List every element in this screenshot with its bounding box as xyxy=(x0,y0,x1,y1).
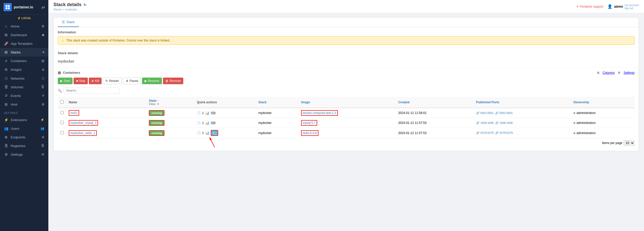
row1-checkbox[interactable] xyxy=(60,111,64,114)
plug-icon: ⊕ xyxy=(42,135,44,139)
restart-button[interactable]: ↻ Restart xyxy=(103,78,122,84)
row2-port1-link[interactable]: 🔗 3306:3306 xyxy=(476,121,494,125)
row1-stats-icon[interactable]: 📊 xyxy=(205,111,209,115)
stack-sort-link[interactable]: Stack xyxy=(258,100,296,104)
row2-stack-cell: mydocker xyxy=(256,118,299,128)
row2-checkbox[interactable] xyxy=(60,121,64,124)
row2-stats-icon[interactable]: 📊 xyxy=(205,121,209,125)
remove-button[interactable]: 🗑 Remove xyxy=(163,78,184,84)
sidebar-item-app-templates[interactable]: 🚀 App Templates xyxy=(0,39,48,48)
row2-inspect-icon[interactable]: ℹ xyxy=(202,121,204,125)
row3-qa-cell: 📄 ℹ 📊 >_ xyxy=(194,128,256,138)
sidebar-item-settings[interactable]: ⚙ Settings ⚙ xyxy=(0,150,48,159)
row1-console-icon[interactable]: ⌨ xyxy=(211,111,216,115)
row3-port1-link[interactable]: 🔗 6379:6379 xyxy=(476,131,494,135)
log-out-link[interactable]: log out xyxy=(625,7,639,10)
row3-logs-icon[interactable]: 📄 xyxy=(197,131,201,135)
sidebar-stacks-label: Stacks xyxy=(11,50,21,54)
row2-console-icon[interactable]: ⌨ xyxy=(211,121,216,125)
row1-ports-cell: 🔗 6001:6001 🔗 6001:6001 xyxy=(473,108,571,118)
search-input[interactable] xyxy=(63,87,119,94)
row2-name-link[interactable]: mydocker_mysql_1 xyxy=(69,120,98,126)
breadcrumb-separator: > xyxy=(63,8,65,11)
row1-port1-link[interactable]: 🔗 6001:6001 xyxy=(476,111,494,115)
sidebar-item-registries[interactable]: 🗄 Registries 🗄 xyxy=(0,141,48,150)
row1-logs-icon[interactable]: 📄 xyxy=(197,111,201,115)
row1-port2-link[interactable]: 🔗 6001:6001 xyxy=(495,111,513,115)
sidebar-item-images[interactable]: ⧉ Images ⧉ xyxy=(0,65,48,74)
row3-stack-cell: mydocker xyxy=(256,128,299,138)
row3-state-cell: running xyxy=(146,128,194,138)
admin-section: 👤 admin my account log out xyxy=(607,4,639,10)
row1-port2-text: 6001:6001 xyxy=(499,111,513,114)
kill-button[interactable]: ⊗ Kill xyxy=(89,78,102,84)
containers-header: ▤ Containers ⊞ Columns ⚙ Settings xyxy=(58,71,635,75)
row3-port2-link[interactable]: 🔗 6379:6379 xyxy=(495,131,513,135)
resume-button[interactable]: ▶ Resume xyxy=(142,78,162,84)
sidebar-registries-label: Registries xyxy=(11,144,25,148)
row2-logs-icon[interactable]: 📄 xyxy=(197,121,201,125)
ownership-sort-link[interactable]: Ownership xyxy=(573,100,632,104)
columns-link[interactable]: Columns xyxy=(603,71,614,75)
sidebar-item-home[interactable]: ⌂ Home ⊞ xyxy=(0,22,48,31)
sidebar-toggle[interactable]: ⇄ xyxy=(41,5,45,10)
row2-quick-actions: 📄 ℹ 📊 ⌨ xyxy=(197,121,253,125)
row3-port2-icon: 🔗 xyxy=(495,131,499,134)
row3-stats-icon[interactable]: 📊 xyxy=(205,131,209,135)
sidebar-item-volumes[interactable]: 🗄 Volumes 🗄 xyxy=(0,83,48,91)
my-account-link[interactable]: my account xyxy=(625,4,639,7)
tab-stack[interactable]: ☰ Stack xyxy=(58,18,79,27)
row3-checkbox[interactable] xyxy=(60,131,64,134)
sidebar-item-host[interactable]: ⊞ Host ⊞ xyxy=(0,100,48,109)
created-sort-link[interactable]: Created xyxy=(398,100,471,104)
row3-inspect-icon[interactable]: ℹ xyxy=(202,131,204,135)
stack-header-text: Stack xyxy=(258,100,267,104)
containers-table: Name State ↕ Filte xyxy=(58,97,635,138)
row1-name-link[interactable]: ms01 xyxy=(69,110,79,116)
ownership-col-header: Ownership xyxy=(571,97,635,108)
row3-name-link[interactable]: mydocker_redis_1 xyxy=(69,130,97,136)
start-button[interactable]: ▶ Start xyxy=(58,78,73,84)
settings-link[interactable]: Settings xyxy=(624,71,635,75)
sidebar-item-events[interactable]: ↺ Events ↺ xyxy=(0,91,48,100)
filter-row: Filter ▼ xyxy=(149,103,192,106)
row1-port2-icon: 🔗 xyxy=(495,111,499,114)
row3-created-cell: 2024-01-12 11:57:53 xyxy=(396,128,473,138)
row3-quick-actions: 📄 ℹ 📊 >_ xyxy=(197,130,253,136)
logo-icon xyxy=(4,3,12,11)
items-per-page-select[interactable]: 10 25 50 xyxy=(623,140,635,146)
created-col-header: Created xyxy=(396,97,473,108)
support-link[interactable]: ✕ Portainer support xyxy=(576,5,603,8)
row1-ownership-icon: ⊕ xyxy=(573,111,576,114)
row3-console-icon[interactable]: >_ xyxy=(211,130,218,136)
topbar-left: Stack details ↻ Stacks > mydocker xyxy=(53,2,87,11)
pause-button[interactable]: ⏸ Pause xyxy=(123,78,141,84)
stop-label: Stop xyxy=(79,79,86,83)
image-sort-link[interactable]: Image xyxy=(301,100,393,104)
state-sort-link[interactable]: State ↕ xyxy=(149,99,192,103)
sidebar-item-networks[interactable]: ⬡ Networks ⬡ xyxy=(0,74,48,83)
row1-image-link[interactable]: docker-compose-test:1.3 xyxy=(301,110,338,116)
breadcrumb: Stacks > mydocker xyxy=(53,8,87,11)
sidebar-item-endpoints[interactable]: ⊕ Endpoints ⊕ xyxy=(0,133,48,141)
refresh-icon[interactable]: ↻ xyxy=(83,3,87,7)
sidebar-item-extensions[interactable]: ⚡ Extensions ⚡ xyxy=(0,115,48,124)
row1-inspect-icon[interactable]: ℹ xyxy=(202,111,204,115)
sidebar-item-stacks[interactable]: ⊟ Stacks ≡ xyxy=(0,48,48,56)
table-header-row: Name State ↕ Filte xyxy=(58,97,635,108)
row2-port2-link[interactable]: 🔗 3306:3306 xyxy=(495,121,513,125)
containers-section: ▤ Containers ⊞ Columns ⚙ Settings ▶ Star… xyxy=(54,68,639,151)
row3-image-link[interactable]: redis:6.0.8 xyxy=(301,130,318,136)
stop-button[interactable]: ■ Stop xyxy=(74,78,88,84)
breadcrumb-stacks-link[interactable]: Stacks xyxy=(53,8,62,11)
filter-icon: ▼ xyxy=(157,103,160,106)
row2-image-link[interactable]: mysql:5.7 xyxy=(301,120,317,126)
content: ☰ Stack Information ⚠ This stack was cre… xyxy=(48,13,644,231)
sidebar-item-containers[interactable]: ≡ Containers ▤ xyxy=(0,56,48,65)
ports-sort-link[interactable]: Published Ports xyxy=(476,100,568,104)
sidebar-item-users[interactable]: 👥 Users 👥 xyxy=(0,124,48,133)
pause-icon: ⏸ xyxy=(125,79,129,83)
select-all-checkbox[interactable] xyxy=(60,100,64,104)
sidebar-item-dashboard[interactable]: ⊞ Dashboard ◉ xyxy=(0,31,48,39)
network-nav-icon: ⬡ xyxy=(42,77,44,80)
